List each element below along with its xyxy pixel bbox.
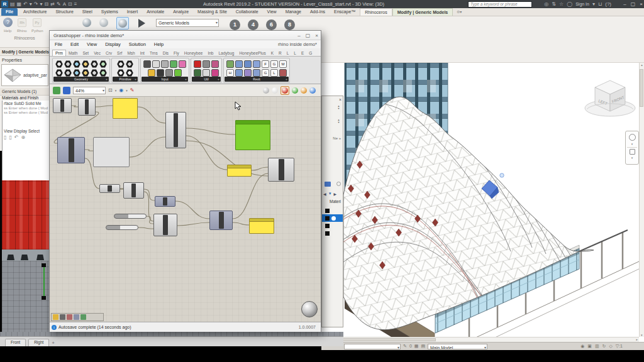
print-icon[interactable]: ⊟: [45, 0, 49, 8]
gh-panel-2[interactable]: [227, 165, 252, 177]
grasshopper-canvas[interactable]: [50, 97, 321, 322]
plane-icon[interactable]: [64, 69, 72, 77]
spray-icon[interactable]: [148, 69, 155, 77]
gh-component-6[interactable]: [99, 184, 120, 193]
gh-component-3[interactable]: [165, 112, 186, 148]
gh-slider-2[interactable]: [106, 225, 138, 230]
rhino-toolbar-icon[interactable]: ⊕: [21, 134, 26, 140]
close-button[interactable]: ×: [640, 1, 643, 7]
navigation-bar[interactable]: ▾ ▾: [625, 131, 639, 165]
doc-transfer-icon[interactable]: [235, 69, 243, 77]
save-file-icon[interactable]: [63, 87, 70, 94]
preview-sphere-icon[interactable]: [82, 18, 91, 27]
gh-value-box[interactable]: [93, 137, 130, 167]
gh-component-4[interactable]: [57, 137, 85, 163]
gh-menu-solution[interactable]: Solution: [129, 41, 146, 47]
search-icon[interactable]: ◎: [544, 0, 548, 8]
redo-icon[interactable]: ↷: [34, 0, 38, 8]
data-icon[interactable]: [126, 60, 133, 68]
select-link-icon[interactable]: ◉: [580, 344, 584, 349]
gh-component-8[interactable]: [155, 196, 175, 207]
gh-tab-crv[interactable]: Crv: [103, 50, 114, 56]
redo-drop-icon[interactable]: ▾: [40, 0, 43, 8]
circle-icon[interactable]: [64, 60, 72, 68]
horizontal-scrollbar[interactable]: ◂ ▸: [321, 337, 639, 342]
gh-tab-l[interactable]: L: [291, 50, 299, 56]
grasshopper-titlebar[interactable]: Grasshopper - rhino inside demo*: [50, 31, 321, 40]
panel-icon[interactable]: [152, 60, 160, 68]
sketch-line-icon[interactable]: [60, 314, 65, 320]
favorites-icon[interactable]: ☆: [559, 0, 564, 8]
communication-center-icon[interactable]: ⇅: [552, 0, 556, 8]
gh-component-5[interactable]: [268, 158, 294, 182]
gh-tab-ladybug[interactable]: Ladybug: [216, 50, 236, 56]
sketch-pen-icon[interactable]: ✎: [130, 87, 135, 93]
ribbon-tab-manage[interactable]: Manage: [281, 8, 306, 16]
run-button-4[interactable]: 4: [248, 19, 258, 30]
jump-icon[interactable]: [203, 69, 210, 77]
help-icon[interactable]: (?): [605, 0, 611, 8]
gh-component-9[interactable]: [153, 214, 177, 236]
brep-icon[interactable]: [91, 69, 98, 77]
modify-icon[interactable]: ✎: [57, 0, 61, 8]
sign-in-label[interactable]: Sign In: [575, 2, 589, 6]
preview-custom-icon[interactable]: [292, 87, 298, 94]
import-icon[interactable]: [143, 60, 151, 68]
gh-component-2[interactable]: [78, 98, 96, 116]
panel-more-label[interactable]: Ne »: [333, 136, 341, 140]
gh-tab-r[interactable]: R: [276, 50, 284, 56]
main-model-combobox[interactable]: Main Model: [428, 344, 487, 349]
open-icon[interactable]: ▤: [10, 0, 15, 8]
gh-group-label-util[interactable]: Util: [192, 77, 221, 82]
preview-off-icon[interactable]: [263, 87, 269, 94]
rhino-red-viewport[interactable]: [2, 180, 49, 250]
modify-panel-dropdown-icon[interactable]: ⊜▾: [453, 8, 465, 16]
cluster-icon[interactable]: [80, 314, 86, 320]
grid-icon[interactable]: [253, 60, 260, 68]
canvas-compass-ball[interactable]: [301, 301, 318, 317]
new-viewport-icon[interactable]: +: [52, 340, 55, 346]
knob-icon[interactable]: [157, 69, 164, 77]
sign-in-icon[interactable]: ◯: [567, 0, 572, 8]
family-category-row[interactable]: Generic Models (1): [0, 88, 49, 96]
group-g-icon[interactable]: G: [262, 69, 269, 77]
status-combobox[interactable]: [344, 344, 401, 349]
element-icon[interactable]: [226, 60, 234, 68]
open-file-icon[interactable]: [53, 87, 60, 94]
slider-icon[interactable]: [161, 60, 169, 68]
family-f-icon[interactable]: F: [262, 60, 269, 68]
preview-wireframe-icon[interactable]: [272, 87, 278, 94]
value-list-icon[interactable]: [165, 69, 173, 77]
gh-menu-file[interactable]: File: [55, 41, 62, 47]
minimize-icon[interactable]: –: [297, 33, 300, 38]
viewport-tab-right[interactable]: Right: [28, 339, 49, 346]
host-h-icon[interactable]: H: [226, 69, 234, 77]
gh-tab-set[interactable]: Set: [80, 50, 91, 56]
layer-row-4[interactable]: [322, 229, 343, 237]
point-icon[interactable]: [55, 60, 63, 68]
panel-mode-icon[interactable]: [325, 182, 331, 187]
zoom-icon[interactable]: [630, 149, 635, 155]
close-icon[interactable]: ×: [315, 33, 318, 38]
ribbon-tab-structure[interactable]: Structure: [51, 8, 77, 16]
gh-component-10[interactable]: [209, 211, 233, 230]
revit-drawing-area[interactable]: LEFT FRONT ▾ ▾ ▴ ▾ ◂ ▸ ✎0▦▤ Main Model ◉: [321, 63, 644, 350]
gh-group-label-geometry[interactable]: Geometry: [53, 77, 109, 82]
ribbon-tab-systems[interactable]: Systems: [97, 8, 123, 16]
vertical-scroll-thumb[interactable]: [640, 69, 643, 107]
ribbon-tab-massing-site[interactable]: Massing & Site: [193, 8, 231, 16]
ribbon-tab-modify-generic-models[interactable]: Modify | Generic Models: [392, 8, 453, 16]
gh-panel-1[interactable]: [113, 98, 138, 119]
only-draw-selection-icon[interactable]: [301, 87, 307, 94]
gh-tab-msh[interactable]: Msh: [125, 50, 137, 56]
gh-menu-display[interactable]: Display: [105, 41, 121, 47]
design-options-icon[interactable]: ▤: [421, 344, 425, 349]
ribbon-tab-file[interactable]: File: [1, 8, 18, 16]
gh-menu-edit[interactable]: Edit: [70, 41, 79, 47]
curve-icon[interactable]: [73, 60, 80, 68]
gh-tab-e[interactable]: E: [299, 50, 306, 56]
sphere-icon[interactable]: [73, 69, 80, 77]
rhino-toolbar-icon[interactable]: ↶: [14, 134, 19, 140]
drag-on-selection-icon[interactable]: ↻: [602, 344, 606, 349]
gh-component-7[interactable]: [123, 182, 144, 199]
